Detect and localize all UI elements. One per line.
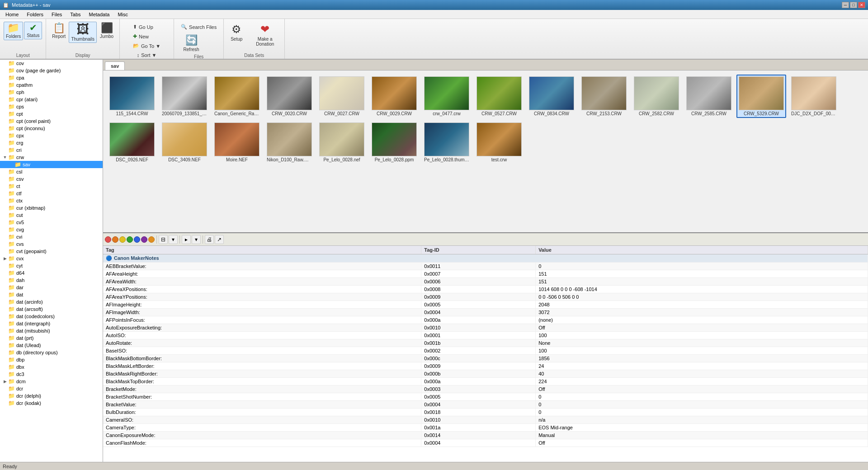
thumbnail-item[interactable]: Canon_Generic_Raw.CRW [212, 75, 262, 118]
sidebar-item-d64[interactable]: 📁d64 [0, 269, 103, 277]
sidebar-item-csv[interactable]: 📁csv [0, 175, 103, 183]
sidebar-item-dat--codedcolors-[interactable]: 📁dat (codedcolors) [0, 313, 103, 320]
sidebar-item-cpathm[interactable]: 📁cpathm [0, 81, 103, 89]
refresh-button[interactable]: 🔄 Refresh [178, 33, 205, 53]
menu-tabs[interactable]: Tabs [66, 11, 84, 18]
thumbnail-item[interactable]: CRW_0834.CRW [527, 75, 576, 118]
table-row[interactable]: BracketMode:0x0003Off [103, 385, 868, 393]
table-row[interactable]: AFAreaYPositions:0x00090 0 -506 0 506 0 … [103, 293, 868, 301]
meta-btn-blue[interactable] [134, 236, 140, 243]
sidebar-item-cyt[interactable]: 📁cyt [0, 262, 103, 269]
meta-btn-arrow2[interactable]: ▾ [192, 235, 201, 244]
table-row[interactable]: AutoRotate:0x001bNone [103, 339, 868, 347]
thumbnails-button[interactable]: 🖼 Thumbnails [69, 22, 97, 43]
sidebar-item-cpt[interactable]: 📁cpt [0, 110, 103, 118]
thumbnail-item[interactable]: crw_0477.crw [422, 75, 472, 118]
sidebar-item-dat--mitsubishi-[interactable]: 📁dat (mitsubishi) [0, 327, 103, 334]
table-row[interactable]: AutoISO:0x0001100 [103, 332, 868, 339]
sidebar-item-csl[interactable]: 📁csl [0, 168, 103, 175]
meta-btn-red[interactable] [105, 236, 111, 243]
table-row[interactable]: CameraISO:0x0010n/a [103, 416, 868, 424]
setup-button[interactable]: ⚙ Setup [227, 22, 245, 43]
sidebar-item-dcr--delphi-[interactable]: 📁dcr (delphi) [0, 392, 103, 400]
thumbnail-item[interactable]: CRW_0027.CRW [317, 75, 367, 118]
sidebar-item-ctf[interactable]: 📁ctf [0, 190, 103, 197]
table-row[interactable]: BlackMaskBottomBorder:0x000c1856 [103, 355, 868, 362]
sidebar-item-dah[interactable]: 📁dah [0, 277, 103, 284]
thumbnail-item[interactable]: CRW_5329.CRW [736, 75, 786, 118]
status-button[interactable]: ✔ Status [24, 22, 42, 39]
table-row[interactable]: AFAreaWidth:0x0006151 [103, 278, 868, 286]
sidebar-item-dat--arcinfo-[interactable]: 📁dat (arcinfo) [0, 298, 103, 306]
thumbnail-item[interactable]: Pe_Lelo_0028.nef [317, 121, 367, 164]
sidebar-item-cvi[interactable]: 📁cvi [0, 233, 103, 240]
sidebar-item-cov[interactable]: 📁cov [0, 60, 103, 67]
sidebar-item-cvt--geopaint-[interactable]: 📁cvt (geopaint) [0, 248, 103, 255]
table-row[interactable]: AutoExposureBracketing:0x0010Off [103, 324, 868, 332]
table-row[interactable]: CanonExposureMode:0x0014Manual [103, 432, 868, 439]
thumbnail-item[interactable]: test.crw [474, 121, 524, 164]
go-up-button[interactable]: ⬆ Go Up [130, 23, 156, 31]
sidebar-item-crw[interactable]: ▼📁crw [0, 154, 103, 161]
jumbo-button[interactable]: ⬛ Jumbo [98, 22, 116, 40]
table-row[interactable]: BaseISO:0x0002100 [103, 347, 868, 355]
sidebar-item-cpt--corel-paint-[interactable]: 📁cpt (corel paint) [0, 118, 103, 125]
sidebar-item-cpx[interactable]: 📁cpx [0, 132, 103, 139]
table-row[interactable]: AFAreaXPositions:0x00081014 608 0 0 0 -6… [103, 286, 868, 293]
table-row[interactable]: BulbDuration:0x00180 [103, 409, 868, 416]
thumbnail-item[interactable]: CRW_2153.CRW [579, 75, 629, 118]
thumbnail-item[interactable]: CRW_0527.CRW [474, 75, 524, 118]
sidebar-item-dcm[interactable]: ▶📁dcm [0, 378, 103, 385]
thumbnail-item[interactable]: DSC_0926.NEF [107, 121, 157, 164]
sidebar-item-dat--intergraph-[interactable]: 📁dat (intergraph) [0, 320, 103, 327]
meta-btn-purple[interactable] [141, 236, 147, 243]
table-row[interactable]: BlackMaskRightBorder:0x000b40 [103, 370, 868, 378]
table-row[interactable]: CanonFlashMode:0x0004Off [103, 439, 868, 447]
meta-btn-green[interactable] [127, 236, 133, 243]
sidebar-item-dc3[interactable]: 📁dc3 [0, 371, 103, 378]
sidebar-item-dat[interactable]: 📁dat [0, 291, 103, 298]
sidebar-item-dcr--kodak-[interactable]: 📁dcr (kodak) [0, 400, 103, 407]
thumbnail-item[interactable]: DJC_D2X_DOF_0010.nef [789, 75, 839, 118]
sidebar-item-cvx[interactable]: ▶📁cvx [0, 255, 103, 262]
thumbnail-item[interactable]: Pe_Lelo_0028.thumb.jpg [422, 121, 472, 164]
sidebar-item-cri[interactable]: 📁cri [0, 146, 103, 154]
sidebar-item-cov--page-de-garde-[interactable]: 📁cov (page de garde) [0, 67, 103, 74]
meta-btn-expand[interactable]: ▸ [182, 235, 191, 244]
thumbnail-item[interactable]: Nikon_D100_Raw.NEF [264, 121, 314, 164]
meta-btn-export[interactable]: ↗ [215, 235, 224, 244]
sidebar-item-cur--xbitmap-[interactable]: 📁cur (xbitmap) [0, 204, 103, 212]
meta-btn-filter[interactable]: ⊟ [159, 235, 168, 244]
sidebar-item-ct[interactable]: 📁ct [0, 183, 103, 190]
sidebar-item-cps[interactable]: 📁cps [0, 103, 103, 110]
table-row[interactable]: BlackMaskTopBorder:0x000a224 [103, 378, 868, 385]
meta-btn-arrow[interactable]: ▾ [169, 235, 178, 244]
folders-button[interactable]: 📁 Folders [4, 22, 23, 40]
sidebar-item-sav[interactable]: 📁sav [0, 161, 103, 168]
sidebar-item-cut[interactable]: 📁cut [0, 212, 103, 219]
sidebar-item-cpt--inconnu-[interactable]: 📁cpt (inconnu) [0, 125, 103, 132]
menu-files[interactable]: Files [48, 11, 66, 18]
thumbnail-item[interactable]: CRW_2585.CRW [684, 75, 734, 118]
table-row[interactable]: BracketValue:0x00040 [103, 401, 868, 409]
meta-btn-amber[interactable] [148, 236, 155, 243]
sidebar-item-dbp[interactable]: 📁dbp [0, 356, 103, 363]
table-row[interactable]: BracketShotNumber:0x00050 [103, 393, 868, 401]
sidebar-item-dat--prt-[interactable]: 📁dat (prt) [0, 334, 103, 342]
sidebar-item-dat--ulead-[interactable]: 📁dat (Ulead) [0, 342, 103, 349]
go-to-button[interactable]: 📂 Go To ▼ [130, 42, 164, 50]
thumbnail-item[interactable]: DSC_3409.NEF [160, 121, 209, 164]
meta-btn-orange[interactable] [112, 236, 118, 243]
table-row[interactable]: AFImageHeight:0x00052048 [103, 301, 868, 309]
meta-btn-print[interactable]: 🖨 [205, 235, 214, 244]
thumbnail-item[interactable]: Moire.NEF [212, 121, 262, 164]
thumbnail-item[interactable]: Pe_Lelo_0028.ppm [369, 121, 419, 164]
donate-button[interactable]: ❤ Make a Donation [249, 22, 281, 48]
table-row[interactable]: AFPointsInFocus:0x000a(none) [103, 316, 868, 324]
sidebar-item-cpa[interactable]: 📁cpa [0, 74, 103, 81]
sidebar-item-dar[interactable]: 📁dar [0, 284, 103, 291]
sidebar-item-cph[interactable]: 📁cph [0, 89, 103, 96]
close-button[interactable]: ✕ [858, 2, 865, 8]
maximize-button[interactable]: □ [850, 2, 857, 8]
meta-btn-yellow[interactable] [119, 236, 126, 243]
